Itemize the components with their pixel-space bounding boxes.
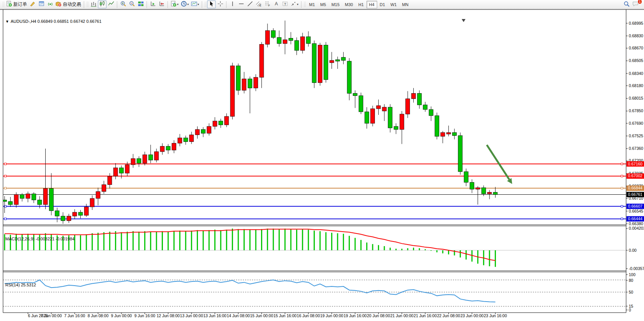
- auto-scroll-button[interactable]: [148, 0, 157, 8]
- toolbar-grip[interactable]: [204, 2, 206, 8]
- macd-histogram-bar: [284, 229, 285, 250]
- equidistant-channel-tool-button[interactable]: E: [254, 0, 263, 8]
- price-tick-label: 0.68180: [629, 83, 643, 88]
- toolbar-grip[interactable]: [86, 2, 88, 8]
- arrows-tool-icon: [290, 1, 296, 8]
- candle-bull: [225, 116, 229, 125]
- line-chart-icon: [108, 1, 114, 8]
- line-handle[interactable]: [5, 218, 6, 220]
- macd-histogram-bar: [395, 249, 397, 250]
- toolbar-grip[interactable]: [304, 2, 306, 8]
- macd-histogram-bar: [267, 229, 268, 250]
- timeframe-button-M5[interactable]: M5: [317, 1, 328, 8]
- bar-chart-button[interactable]: [89, 0, 98, 8]
- line-handle[interactable]: [621, 187, 623, 189]
- candle-bear: [295, 40, 299, 50]
- macd-histogram-bar: [132, 231, 134, 250]
- time-tick-label: 19 Jun 00:00: [320, 313, 343, 318]
- timeframe-button-D1[interactable]: D1: [377, 1, 388, 8]
- macd-histogram-bar: [430, 250, 432, 251]
- candle-bull: [242, 79, 246, 90]
- candle-bear: [20, 195, 24, 199]
- trendline-tool-button[interactable]: [245, 0, 254, 8]
- macd-histogram-bar: [261, 229, 262, 250]
- vertical-line-icon: [230, 1, 236, 8]
- time-tick-label: 12 Jun 08:00: [156, 313, 180, 318]
- candle-bull: [143, 155, 147, 163]
- periods-button[interactable]: ▾: [180, 0, 190, 8]
- macd-histogram-bar: [174, 231, 175, 250]
- macd-histogram-bar: [191, 230, 192, 250]
- candle-bull: [14, 195, 18, 205]
- new-order-button[interactable]: 新订单: [5, 0, 28, 8]
- cursor-tool-button[interactable]: [207, 0, 216, 8]
- price-tick-label: 0.67360: [629, 146, 643, 151]
- line-handle[interactable]: [621, 218, 623, 220]
- tile-windows-button[interactable]: [136, 0, 145, 8]
- line-handle[interactable]: [5, 163, 6, 165]
- line-handle[interactable]: [621, 175, 623, 177]
- macd-histogram-bar: [419, 248, 420, 250]
- macd-histogram-bar: [495, 250, 496, 267]
- zoom-out-button[interactable]: [128, 0, 136, 8]
- price-tick-label: 0.68995: [629, 21, 643, 25]
- line-handle[interactable]: [5, 175, 6, 177]
- price-badge-label: 0.66761: [628, 192, 642, 197]
- arrows-tool-button[interactable]: ▾: [289, 0, 300, 8]
- svg-text:F: F: [268, 4, 270, 7]
- macd-histogram-bar: [232, 229, 233, 250]
- terminal-window-button[interactable]: [37, 0, 46, 8]
- time-tick-label: 22 Jun 08:00: [437, 313, 460, 318]
- timeframe-button-H4[interactable]: H4: [367, 1, 377, 8]
- timeframe-button-M15[interactable]: M15: [329, 1, 342, 8]
- timeframe-button-W1[interactable]: W1: [388, 1, 400, 8]
- notification-badge: 1: [638, 0, 642, 4]
- timeframe-button-M30[interactable]: M30: [342, 1, 355, 8]
- candle-bull: [160, 146, 164, 152]
- timeframe-toolbar: M1M5M15M30H1H4D1W1MN: [306, 1, 411, 8]
- price-badge-label: 0.66844: [628, 186, 642, 190]
- macd-histogram-bar: [436, 250, 437, 252]
- line-handle[interactable]: [5, 187, 6, 189]
- rsi-tick-label: 0: [629, 308, 631, 312]
- timeframe-button-M1[interactable]: M1: [306, 1, 317, 8]
- search-button[interactable]: [622, 0, 631, 8]
- vertical-line-tool-button[interactable]: [228, 0, 237, 8]
- notifications-button[interactable]: 1: [631, 0, 640, 8]
- label-tool-button[interactable]: T: [281, 0, 289, 8]
- candle-bull: [318, 45, 322, 83]
- price-badge-label: 0.66607: [628, 204, 642, 208]
- crosshair-tool-button[interactable]: [216, 0, 225, 8]
- macd-indicator-label: MACD(12,26,9) -0.003221 -0.001984: [5, 237, 75, 241]
- candle-bear: [394, 126, 398, 129]
- candle-bear: [218, 121, 223, 125]
- chart-shift-button[interactable]: [157, 0, 166, 8]
- toolbar-grip[interactable]: [2, 2, 4, 8]
- candle-bear: [417, 94, 421, 105]
- candle-bear: [201, 129, 205, 133]
- line-handle[interactable]: [621, 163, 623, 165]
- timeframe-button-MN[interactable]: MN: [399, 1, 411, 8]
- candle-bear: [353, 94, 357, 96]
- mql-editor-button[interactable]: [28, 0, 37, 8]
- symbol-dropdown[interactable]: ▼: [5, 19, 9, 24]
- timeframe-button-H1[interactable]: H1: [355, 1, 366, 8]
- horizontal-line-tool-button[interactable]: [237, 0, 245, 8]
- candle-bear: [271, 30, 276, 37]
- templates-button[interactable]: ▾: [190, 0, 200, 8]
- indicators-button[interactable]: ▾: [169, 0, 180, 8]
- line-chart-button[interactable]: [107, 0, 115, 8]
- signals-button[interactable]: [46, 0, 54, 8]
- macd-histogram-bar: [489, 250, 490, 266]
- candlestick-chart-button[interactable]: [98, 0, 107, 8]
- candle-bear: [312, 44, 316, 83]
- text-tool-button[interactable]: A: [272, 0, 281, 8]
- macd-histogram-bar: [319, 231, 320, 250]
- line-handle[interactable]: [621, 205, 623, 207]
- auto-trading-button[interactable]: 自动交易: [54, 0, 82, 8]
- candle-bull: [300, 37, 304, 50]
- chart-area[interactable]: 0.689950.688300.686700.685050.683400.681…: [0, 9, 644, 321]
- fibonacci-tool-button[interactable]: F: [263, 0, 272, 8]
- zoom-in-button[interactable]: [119, 0, 128, 8]
- candle-bear: [3, 200, 7, 202]
